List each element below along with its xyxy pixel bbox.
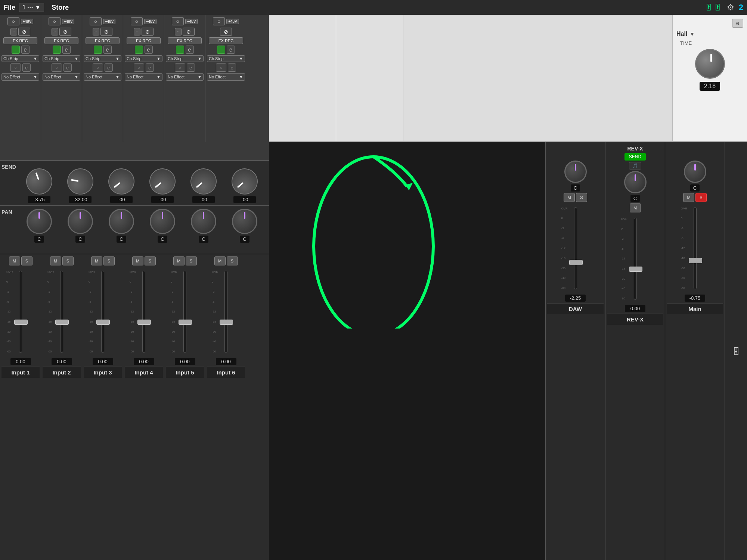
ch4-mute-btn[interactable]: M [132,256,143,265]
ch3-fxrec-btn[interactable]: FX REC [86,37,120,44]
ch5-noeffect-btn[interactable]: No Effect ▼ [166,73,204,81]
ch2-pan-knob[interactable] [68,209,93,234]
ch1-phantom-btn[interactable]: +48V [21,19,34,24]
ch3-on-btn[interactable]: ○ [93,63,103,72]
ch3-solo-btn[interactable]: S [103,256,115,265]
ch5-on-btn[interactable]: ○ [175,63,185,72]
daw-fader-handle[interactable] [569,260,583,265]
ch5-fxrec-btn[interactable]: FX REC [168,37,202,44]
ch3-noeffect-btn[interactable]: No Effect ▼ [84,73,121,81]
ch6-phase-btn[interactable]: ⊘ [220,28,232,36]
ch1-insert-on[interactable] [12,46,20,54]
reverb-type-arrow[interactable]: ▼ [689,31,695,37]
ch5-solo-btn[interactable]: S [186,256,197,265]
daw-fader-track[interactable] [574,207,577,289]
ch2-phantom-btn[interactable]: +48V [62,19,75,24]
ch5-insert-on[interactable] [176,46,184,54]
main-solo-btn[interactable]: S [695,193,707,202]
ch1-chstrip-btn[interactable]: Ch.Strip ▼ [1,55,39,62]
ch1-mute-btn[interactable]: M [9,256,20,265]
reverb-edit-btn[interactable]: e [732,19,743,28]
ch1-pan-knob[interactable] [27,209,52,234]
ch2-send-knob[interactable] [65,166,95,196]
ch4-solo-btn[interactable]: S [145,256,156,265]
ch6-insert-on[interactable] [217,46,225,54]
ch4-e-btn[interactable]: e [146,63,154,72]
ch4-insert-edit[interactable]: e [145,46,153,54]
ch5-pan-knob[interactable] [191,209,216,234]
daw-solo-btn[interactable]: S [576,193,587,202]
ch6-chstrip-btn[interactable]: Ch.Strip ▼ [207,55,245,62]
ch3-insert-on[interactable] [94,46,102,54]
ch1-noeffect-btn[interactable]: No Effect ▼ [1,73,39,81]
revx-send-btn[interactable]: SEND [624,153,646,161]
ch5-chstrip-btn[interactable]: Ch.Strip ▼ [166,55,204,62]
ch2-noeffect-btn[interactable]: No Effect ▼ [43,73,80,81]
ch4-phantom-btn[interactable]: +48V [144,19,157,24]
mixer-icon[interactable]: 🎚🎚 [704,2,722,13]
ch5-send-knob[interactable] [185,163,222,200]
ch6-on-btn[interactable]: ○ [216,63,226,72]
ch2-insert-on[interactable] [53,46,61,54]
ch6-fader-handle[interactable] [220,320,233,325]
ch5-insert-edit[interactable]: e [186,46,194,54]
ch3-chstrip-btn[interactable]: Ch.Strip ▼ [84,55,121,62]
daw-mute-btn[interactable]: M [564,193,575,202]
ch2-fader-handle[interactable] [55,320,69,325]
ch1-fader-track[interactable] [19,271,22,353]
ch3-mute-btn[interactable]: M [91,256,102,265]
reverb-time-knob[interactable] [695,49,725,79]
ch6-solo-btn[interactable]: S [227,256,238,265]
ch4-pan-knob[interactable] [150,209,175,234]
ch1-e-btn[interactable]: e [22,63,31,72]
ch1-fader-handle[interactable] [14,320,28,325]
ch4-on-btn[interactable]: ○ [134,63,144,72]
ch6-fader-track[interactable] [224,271,227,353]
ch3-phase-btn[interactable]: ⊘ [100,28,112,36]
ch2-mute-btn[interactable]: M [50,256,61,265]
ch4-fader-handle[interactable] [137,320,151,325]
ch3-e-btn[interactable]: e [105,63,113,72]
ch3-pan-knob[interactable] [109,209,134,234]
ch2-solo-btn[interactable]: S [62,256,74,265]
main-fader-handle[interactable] [689,258,702,263]
ch6-mute-btn[interactable]: M [214,256,226,265]
ch2-fxrec-btn[interactable]: FX REC [44,37,78,44]
ch1-on-btn[interactable]: ○ [10,63,21,72]
ch5-fader-handle[interactable] [179,320,192,325]
ch3-hpf-btn[interactable]: ⌐ [93,28,99,35]
ch5-phantom-btn[interactable]: +48V [185,19,198,24]
ch2-hpf-btn[interactable]: ⌐ [52,28,58,35]
ch2-e-btn[interactable]: e [63,63,72,72]
ch4-send-knob[interactable] [144,163,181,200]
ch5-fader-track[interactable] [183,271,186,353]
ch2-on-btn[interactable]: ○ [52,63,62,72]
ch5-hpf-btn[interactable]: ⌐ [175,28,182,35]
ch4-fader-track[interactable] [142,271,145,353]
ch6-noeffect-btn[interactable]: No Effect ▼ [207,73,245,81]
file-menu[interactable]: File [4,4,15,12]
ch1-solo-btn[interactable]: S [21,256,32,265]
ch3-fader-track[interactable] [101,271,104,353]
ch6-pan-knob[interactable] [232,209,257,234]
store-button[interactable]: Store [52,4,69,12]
ch4-phase-btn[interactable]: ⊘ [142,28,154,36]
ch3-insert-edit[interactable]: e [103,46,112,54]
ch4-hpf-btn[interactable]: ⌐ [134,28,140,35]
ch6-insert-edit[interactable]: e [227,46,235,54]
ch6-phantom-btn[interactable]: +48V [226,19,239,24]
ch3-fader-handle[interactable] [96,320,110,325]
daw-pan-knob[interactable] [564,161,587,183]
main-fader-track[interactable] [694,207,697,289]
ch4-insert-on[interactable] [135,46,143,54]
revx-mute-btn[interactable]: M [630,203,641,212]
ch6-fxrec-btn[interactable]: FX REC [209,37,243,44]
right-mixer-icon[interactable]: 🎚 [730,346,742,357]
ch1-fxrec-btn[interactable]: FX REC [3,37,37,44]
ch5-phase-btn[interactable]: ⊘ [183,28,195,36]
ch5-mute-btn[interactable]: M [173,256,185,265]
ch4-fxrec-btn[interactable]: FX REC [127,37,161,44]
settings-icon[interactable]: ⚙ [727,3,734,12]
ch3-phantom-btn[interactable]: +48V [103,19,116,24]
ch4-noeffect-btn[interactable]: No Effect ▼ [125,73,162,81]
